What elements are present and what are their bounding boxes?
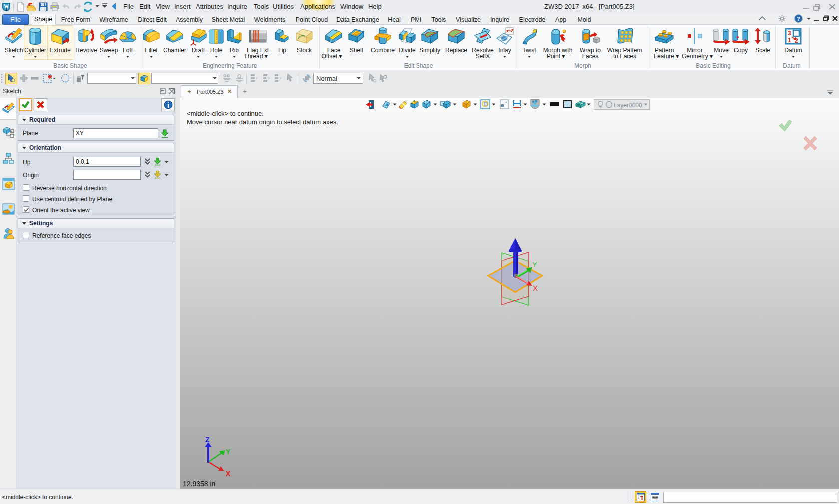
svg-text:Y: Y	[226, 448, 231, 456]
svg-text:Y: Y	[532, 260, 537, 269]
svg-text:?: ?	[797, 16, 800, 22]
svg-text:3: 3	[788, 30, 791, 37]
svg-text:1: 1	[788, 37, 791, 44]
svg-text:X: X	[533, 284, 538, 292]
svg-text:Z: Z	[205, 436, 210, 444]
svg-text:X: X	[226, 470, 231, 478]
